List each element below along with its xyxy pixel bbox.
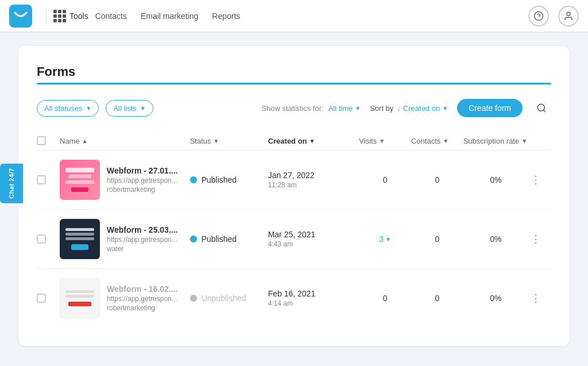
visits-dropdown[interactable]: 3 ▼ bbox=[379, 234, 391, 244]
row-actions: ⋮ bbox=[528, 230, 551, 248]
form-thumbnail bbox=[60, 219, 100, 259]
grid-icon bbox=[53, 10, 66, 22]
time-value: 4:43 am bbox=[268, 240, 359, 248]
time-value: 4:14 am bbox=[268, 299, 359, 307]
toolbar-filters: All statuses ▼ All lists ▼ bbox=[37, 100, 153, 117]
form-info: Webform - 25.03.... https://app.getrespo… bbox=[107, 225, 177, 253]
sort-value-dropdown[interactable]: ↓ Created on ▼ bbox=[397, 104, 448, 113]
row-select-checkbox[interactable] bbox=[37, 294, 46, 303]
form-date: Jan 27, 2022 11:28 am bbox=[268, 171, 359, 189]
form-thumbnail bbox=[60, 160, 100, 200]
page-title: Forms bbox=[37, 64, 75, 79]
status-label: Unpublished bbox=[202, 294, 246, 303]
row-checkbox bbox=[37, 175, 60, 184]
search-button[interactable] bbox=[532, 98, 551, 118]
form-status: Published bbox=[190, 175, 268, 184]
sort-chevron-icon: ↓ bbox=[397, 104, 401, 113]
form-name-cell: Webform - 25.03.... https://app.getrespo… bbox=[60, 219, 190, 259]
header-status[interactable]: Status ▼ bbox=[190, 137, 268, 145]
visits-value: 0 bbox=[383, 294, 388, 303]
form-subscription-rate: 0% bbox=[463, 175, 528, 184]
table-header: Name ▲ Status ▼ Created on ▼ Visits ▼ Co… bbox=[37, 132, 551, 151]
show-statistics: Show statistics for: All time ▼ bbox=[261, 104, 361, 113]
form-url: https://app.getrespon... bbox=[107, 176, 177, 184]
svg-point-3 bbox=[537, 104, 544, 111]
all-time-filter[interactable]: All time ▼ bbox=[328, 104, 361, 113]
chevron-down-icon: ▼ bbox=[355, 105, 361, 111]
header-contacts[interactable]: Contacts ▼ bbox=[411, 137, 463, 145]
status-label: Published bbox=[202, 234, 237, 244]
table-row: Webform - 27.01.... https://app.getrespo… bbox=[37, 151, 551, 210]
tools-label: Tools bbox=[69, 11, 88, 21]
form-visits: 0 bbox=[359, 175, 411, 184]
form-list: robertmarketing bbox=[107, 186, 177, 194]
form-thumbnail bbox=[60, 278, 100, 318]
tools-menu[interactable]: Tools bbox=[53, 10, 88, 22]
sort-by-control: Sort by ↓ Created on ▼ bbox=[370, 104, 448, 113]
form-contacts: 0 bbox=[411, 294, 463, 303]
form-name-label[interactable]: Webform - 16.02.... bbox=[107, 284, 177, 294]
date-value: Mar 25, 2021 bbox=[268, 230, 359, 239]
all-lists-filter[interactable]: All lists ▼ bbox=[106, 100, 153, 117]
chevron-down-icon: ▼ bbox=[442, 105, 448, 111]
status-dot-icon bbox=[190, 236, 197, 242]
select-all-checkbox[interactable] bbox=[37, 136, 46, 145]
date-value: Jan 27, 2022 bbox=[268, 171, 359, 180]
chat-widget[interactable]: Chat 24/7 bbox=[0, 163, 23, 203]
status-label: Published bbox=[202, 175, 237, 184]
toolbar: All statuses ▼ All lists ▼ Show statisti… bbox=[37, 98, 551, 118]
logo[interactable] bbox=[9, 5, 32, 28]
form-contacts: 0 bbox=[411, 234, 463, 244]
form-info: Webform - 27.01.... https://app.getrespo… bbox=[107, 166, 177, 194]
time-value: 11:28 am bbox=[268, 181, 359, 189]
contacts-value: 0 bbox=[435, 175, 439, 184]
more-options-button[interactable]: ⋮ bbox=[528, 230, 543, 248]
row-checkbox bbox=[37, 234, 60, 244]
table-row: Webform - 25.03.... https://app.getrespo… bbox=[37, 210, 551, 269]
create-form-button[interactable]: Create form bbox=[457, 99, 523, 117]
help-icon[interactable] bbox=[528, 6, 549, 26]
forms-card: Forms All statuses ▼ All lists ▼ Show st… bbox=[18, 46, 570, 346]
table-body: Webform - 27.01.... https://app.getrespo… bbox=[37, 151, 551, 328]
date-value: Feb 16, 2021 bbox=[268, 289, 359, 298]
nav-contacts[interactable]: Contacts bbox=[95, 11, 127, 21]
navbar-links: Contacts Email marketing Reports bbox=[95, 11, 241, 21]
more-options-button[interactable]: ⋮ bbox=[528, 290, 543, 307]
title-underline bbox=[37, 83, 551, 84]
main-content: Forms All statuses ▼ All lists ▼ Show st… bbox=[0, 32, 588, 360]
form-name-cell: Webform - 16.02.... https://app.getrespo… bbox=[60, 278, 190, 318]
svg-line-4 bbox=[543, 110, 545, 111]
visits-value: 0 bbox=[383, 175, 388, 184]
header-visits[interactable]: Visits ▼ bbox=[359, 137, 411, 145]
form-status: Unpublished bbox=[190, 294, 268, 303]
row-select-checkbox[interactable] bbox=[37, 175, 46, 184]
nav-email-marketing[interactable]: Email marketing bbox=[141, 11, 198, 21]
form-date: Mar 25, 2021 4:43 am bbox=[268, 230, 359, 248]
row-actions: ⋮ bbox=[528, 290, 551, 307]
user-icon[interactable] bbox=[558, 6, 579, 26]
header-created-on[interactable]: Created on ▼ bbox=[268, 137, 359, 145]
rate-value: 0% bbox=[490, 294, 501, 303]
chevron-down-icon: ▼ bbox=[140, 105, 146, 111]
nav-divider bbox=[46, 7, 47, 25]
row-checkbox bbox=[37, 294, 60, 303]
form-url: https://app.getrespon... bbox=[107, 236, 177, 244]
chevron-down-icon: ▼ bbox=[86, 105, 91, 111]
form-subscription-rate: 0% bbox=[463, 294, 528, 303]
more-options-button[interactable]: ⋮ bbox=[528, 171, 543, 188]
form-name-label[interactable]: Webform - 25.03.... bbox=[107, 225, 177, 234]
header-name[interactable]: Name ▲ bbox=[60, 137, 190, 145]
form-name-label[interactable]: Webform - 27.01.... bbox=[107, 166, 177, 175]
header-subscription-rate[interactable]: Subscription rate ▼ bbox=[463, 137, 528, 145]
table-row: Webform - 16.02.... https://app.getrespo… bbox=[37, 269, 551, 328]
nav-reports[interactable]: Reports bbox=[212, 11, 240, 21]
navbar-right bbox=[528, 6, 579, 26]
form-status: Published bbox=[190, 234, 268, 244]
form-url: https://app.getrespon... bbox=[107, 295, 177, 303]
forms-title-section: Forms bbox=[37, 64, 551, 84]
status-dot-icon bbox=[190, 176, 197, 183]
rate-value: 0% bbox=[490, 234, 501, 244]
form-name-cell: Webform - 27.01.... https://app.getrespo… bbox=[60, 160, 190, 200]
all-statuses-filter[interactable]: All statuses ▼ bbox=[37, 100, 99, 117]
row-select-checkbox[interactable] bbox=[37, 234, 46, 244]
